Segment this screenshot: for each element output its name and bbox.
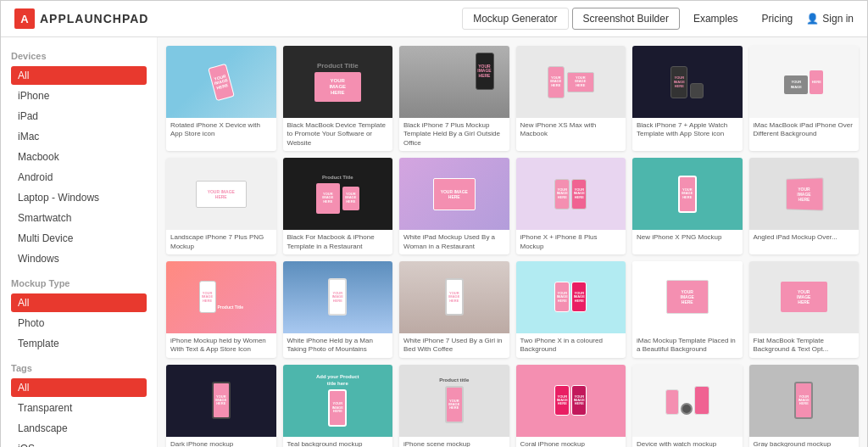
- card-9-label: White iPad Mockup Used By a Woman in a R…: [399, 230, 509, 254]
- card-3-label: Black iPhone 7 Plus Mockup Template Held…: [399, 118, 509, 151]
- card-24-label: Gray background mockup: [749, 437, 860, 447]
- card-17[interactable]: YOURIMAGEHERE iMac Mockup Template Place…: [632, 261, 743, 358]
- sidebar-item-android[interactable]: Android: [11, 168, 147, 187]
- sidebar-item-landscape[interactable]: Landscape: [11, 419, 147, 438]
- card-6[interactable]: YOURIMAGE HERE iMac MacBook iPad iPhone …: [749, 46, 860, 151]
- card-15-label: White iPhone 7 Used By a Girl in Bed Wit…: [399, 333, 509, 358]
- card-4-label: New iPhone XS Max with Macbook: [516, 118, 626, 142]
- card-6-label: iMac MacBook iPad iPhone Over Different …: [749, 118, 860, 142]
- screenshot-builder-btn[interactable]: Screenshot Builder: [572, 8, 680, 30]
- card-15[interactable]: YOURIMAGEHERE White iPhone 7 Used By a G…: [399, 261, 509, 358]
- mockup-grid: YOURIMAGEHERE Rotated iPhone X Device wi…: [166, 46, 859, 447]
- card-1-label: Rotated iPhone X Device with App Store i…: [166, 118, 276, 142]
- logo-text: APPLAUNCHPAD: [40, 12, 148, 25]
- sidebar-item-multi-device[interactable]: Multi Device: [11, 229, 147, 248]
- signin-button[interactable]: 👤 Sign in: [806, 13, 854, 25]
- sidebar-item-smartwatch[interactable]: Smartwatch: [11, 209, 147, 227]
- card-23-label: Device with watch mockup: [632, 437, 743, 447]
- card-2[interactable]: Product Title YOURIMAGEHERE Black MacBoo…: [283, 46, 393, 151]
- sidebar-item-ipad[interactable]: iPad: [11, 107, 147, 126]
- sidebar-item-all-devices[interactable]: All: [11, 66, 147, 85]
- card-24[interactable]: YOURIMAGEHERE Gray background mockup: [749, 365, 860, 447]
- nav-items: Mockup Generator Screenshot Builder Exam…: [462, 8, 854, 30]
- card-21[interactable]: Product title YOURIMAGEHERE iPhone scene…: [399, 365, 509, 447]
- card-9[interactable]: YOUR IMAGEHERE White iPad Mockup Used By…: [399, 158, 509, 254]
- card-21-label: iPhone scene mockup: [399, 437, 509, 447]
- app-wrapper: A APPLAUNCHPAD Mockup Generator Screensh…: [0, 0, 868, 447]
- card-23[interactable]: Device with watch mockup: [632, 365, 743, 447]
- examples-link[interactable]: Examples: [683, 8, 748, 29]
- sidebar: Devices All iPhone iPad iMac Macbook And…: [1, 37, 158, 447]
- body-area: Devices All iPhone iPad iMac Macbook And…: [1, 37, 867, 447]
- card-1[interactable]: YOURIMAGEHERE Rotated iPhone X Device wi…: [166, 46, 276, 151]
- sidebar-item-macbook[interactable]: Macbook: [11, 148, 147, 166]
- devices-section-title: Devices: [11, 51, 147, 61]
- mockup-type-section-title: Mockup Type: [11, 278, 147, 288]
- card-11-label: New iPhone X PNG Mockup: [632, 230, 743, 245]
- card-7[interactable]: YOUR IMAGEHERE Landscape iPhone 7 Plus P…: [166, 158, 276, 254]
- card-18[interactable]: YOURIMAGEHERE Flat MacBook Template Back…: [749, 261, 860, 358]
- pricing-link[interactable]: Pricing: [752, 8, 804, 29]
- sidebar-item-all-tags[interactable]: All: [11, 378, 147, 397]
- card-13[interactable]: YOURIMAGEHERE Product Title iPhone Mocku…: [166, 261, 276, 358]
- card-8-label: Black For Macbook & iPhone Template in a…: [283, 230, 393, 254]
- card-8[interactable]: Product Title YOURIMAGEHERE YOURIMAGEHER…: [283, 158, 393, 254]
- card-3[interactable]: YOURIMAGEHERE Black iPhone 7 Plus Mockup…: [399, 46, 509, 151]
- card-5[interactable]: YOURIMAGEHERE Black iPhone 7 + Apple Wat…: [632, 46, 743, 151]
- card-17-label: iMac Mockup Template Placed in a Beautif…: [632, 333, 743, 358]
- card-7-label: Landscape iPhone 7 Plus PNG Mockup: [166, 230, 276, 254]
- sidebar-item-transparent[interactable]: Transparent: [11, 399, 147, 417]
- header: A APPLAUNCHPAD Mockup Generator Screensh…: [1, 1, 867, 37]
- tags-section-title: Tags: [11, 363, 147, 373]
- card-22[interactable]: YOURIMAGEHERE YOURIMAGEHERE Coral iPhone…: [516, 365, 626, 447]
- card-20-label: Teal background mockup: [283, 437, 393, 447]
- card-10[interactable]: YOURIMAGEHERE YOURIMAGEHERE iPhone X + i…: [516, 158, 626, 254]
- sidebar-item-template[interactable]: Template: [11, 334, 147, 353]
- mockup-generator-btn[interactable]: Mockup Generator: [462, 8, 568, 30]
- card-20[interactable]: Add your Producttitle here YOURIMAGEHERE…: [283, 365, 393, 447]
- card-11[interactable]: YOURIMAGEHERE New iPhone X PNG Mockup: [632, 158, 743, 254]
- card-16[interactable]: YOURIMAGEHERE YOURIMAGEHERE Two iPhone X…: [516, 261, 626, 358]
- card-10-label: iPhone X + iPhone 8 Plus Mockup: [516, 230, 626, 254]
- sidebar-item-photo[interactable]: Photo: [11, 314, 147, 332]
- card-18-label: Flat MacBook Template Background & Text …: [749, 333, 860, 358]
- sidebar-item-iphone[interactable]: iPhone: [11, 87, 147, 105]
- card-12-label: Angled iPad Mockup Over...: [749, 230, 860, 245]
- card-22-label: Coral iPhone mockup: [516, 437, 626, 447]
- card-14[interactable]: YOURIMAGEHERE White iPhone Held by a Man…: [283, 261, 393, 358]
- sidebar-item-imac[interactable]: iMac: [11, 127, 147, 146]
- main-content: YOURIMAGEHERE Rotated iPhone X Device wi…: [158, 37, 867, 447]
- logo-icon: A: [14, 8, 35, 29]
- logo-area: A APPLAUNCHPAD: [14, 8, 148, 29]
- user-icon: 👤: [806, 13, 819, 25]
- card-12[interactable]: YOURIMAGEHERE Angled iPad Mockup Over...: [749, 158, 860, 254]
- sidebar-item-ios[interactable]: iOS: [11, 439, 147, 447]
- card-16-label: Two iPhone X in a coloured Background: [516, 333, 626, 358]
- card-19-label: Dark iPhone mockup: [166, 437, 276, 447]
- card-13-label: iPhone Mockup held by Women With Text & …: [166, 333, 276, 358]
- sidebar-item-laptop-windows[interactable]: Laptop - Windows: [11, 188, 147, 207]
- card-14-label: White iPhone Held by a Man Taking Photo …: [283, 333, 393, 358]
- card-4[interactable]: YOURIMAGEHERE YOURIMAGEHERE New iPhone X…: [516, 46, 626, 151]
- card-19[interactable]: YOURIMAGEHERE Dark iPhone mockup: [166, 365, 276, 447]
- card-2-label: Black MacBook Device Template to Promote…: [283, 118, 393, 151]
- sidebar-item-all-mockup[interactable]: All: [11, 293, 147, 312]
- card-5-label: Black iPhone 7 + Apple Watch Template wi…: [632, 118, 743, 142]
- sidebar-item-windows[interactable]: Windows: [11, 249, 147, 268]
